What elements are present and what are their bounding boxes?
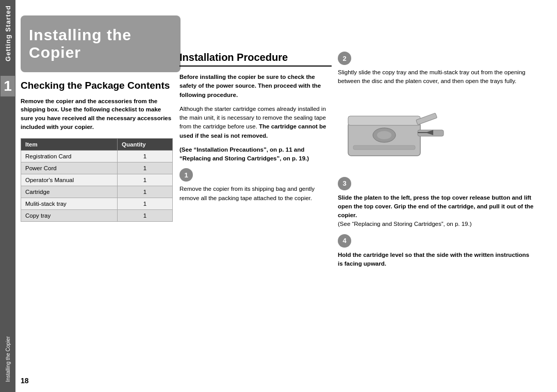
svg-point-5 [377, 131, 391, 139]
table-cell-qty: 1 [118, 198, 173, 210]
table-cell-qty: 1 [118, 162, 173, 174]
table-cell-qty: 1 [118, 186, 173, 198]
title-box: Installing the Copier [21, 15, 181, 72]
table-row: Power Cord1 [21, 162, 173, 174]
col2-para4: (See “Installation Precautions”, on p. 1… [179, 145, 332, 164]
step1-text: Remove the copier from its shipping bag … [179, 185, 332, 203]
col1-checking: Checking the Package Contents Remove the… [21, 80, 173, 222]
table-cell-qty: 1 [118, 174, 173, 186]
table-cell-item: Copy tray [21, 210, 118, 222]
table-header-item: Item [21, 139, 118, 151]
step1-circle: 1 [179, 168, 193, 182]
step4-circle: 4 [338, 234, 351, 248]
col2-section-title: Installation Procedure [179, 52, 332, 67]
copier-illustration [338, 91, 451, 169]
sidebar-chapter-number: 1 [1, 76, 15, 96]
table-cell-qty: 1 [118, 210, 173, 222]
table-row: Copy tray1 [21, 210, 173, 222]
svg-rect-1 [348, 116, 420, 125]
step3-circle: 3 [338, 177, 351, 190]
sidebar-getting-started: Getting Started [4, 5, 12, 61]
table-cell-item: Registration Card [21, 151, 118, 162]
table-cell-item: Cartridge [21, 186, 118, 198]
table-cell-item: Power Cord [21, 162, 118, 174]
page-title: Installing the Copier [29, 26, 132, 62]
step3-text: Slide the platen to the left, press the … [338, 193, 534, 229]
step4-text: Hold the cartridge level so that the sid… [338, 251, 534, 269]
table-row: Operator's Manual1 [21, 174, 173, 186]
sidebar: Getting Started 1 Installing the Copier [0, 0, 15, 392]
table-cell-item: Muliti-stack tray [21, 198, 118, 210]
table-row: Muliti-stack tray1 [21, 198, 173, 210]
page-number: 18 [21, 377, 29, 385]
table-header-qty: Quantity [118, 139, 173, 151]
sidebar-installing-label: Installing the Copier [5, 336, 11, 382]
col2-para1: Before installing the copier be sure to … [179, 73, 332, 100]
col2-installation: Installation Procedure Before installing… [179, 52, 332, 208]
col1-section-title: Checking the Package Contents [21, 80, 173, 92]
package-table: Item Quantity Registration Card1Power Co… [21, 138, 173, 222]
step2-circle: 2 [338, 52, 351, 65]
table-cell-item: Operator's Manual [21, 174, 118, 186]
col1-section-body: Remove the copier and the accessories fr… [21, 97, 173, 132]
col3-steps: 2 Slightly slide the copy tray and the m… [338, 52, 534, 273]
col2-para2: Although the starter cartridge comes alr… [179, 105, 332, 140]
svg-rect-3 [416, 112, 437, 124]
step2-text: Slightly slide the copy tray and the mul… [338, 68, 534, 86]
svg-rect-6 [353, 145, 415, 150]
table-row: Registration Card1 [21, 151, 173, 162]
table-row: Cartridge1 [21, 186, 173, 198]
table-cell-qty: 1 [118, 151, 173, 162]
